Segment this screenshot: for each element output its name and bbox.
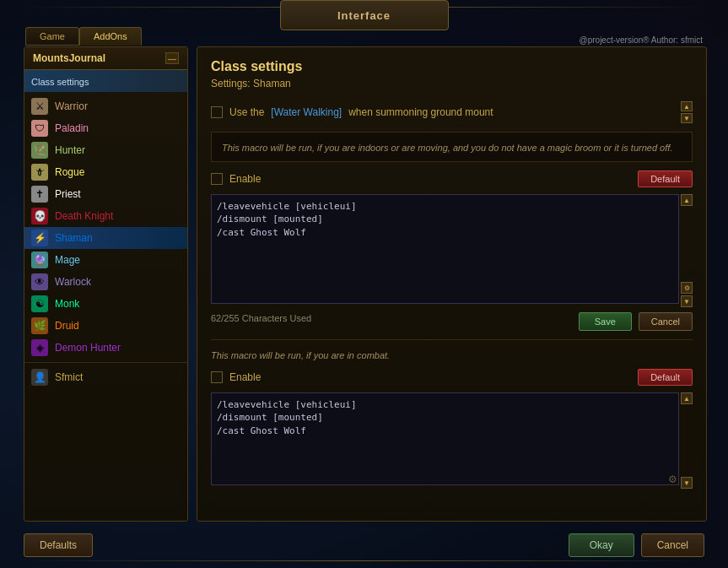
warrior-icon: ⚔	[31, 98, 48, 115]
ww-label-post: when summoning ground mount	[348, 106, 493, 118]
enable-label-1: Enable	[229, 173, 631, 185]
version-text: @project-version® Author: sfmict	[580, 35, 703, 45]
scroll-down-arrow[interactable]: ▼	[681, 113, 693, 123]
hunter-label: Hunter	[55, 144, 85, 156]
sidebar-item-death-knight[interactable]: 💀 Death Knight	[24, 205, 187, 227]
tab-game[interactable]: Game	[25, 27, 79, 46]
sfmict-label: Sfmict	[55, 371, 83, 383]
macro-scroll-bottom-1[interactable]: ▼	[681, 295, 693, 307]
macro-settings-icon-1[interactable]: ⚙	[681, 282, 693, 294]
okay-button[interactable]: Okay	[569, 533, 634, 557]
save-button[interactable]: Save	[579, 312, 632, 331]
warlock-icon: 👁	[31, 273, 48, 290]
sidebar-subheader: Class settings	[24, 70, 187, 92]
sidebar: MountsJournal — Class settings ⚔ Warrior…	[24, 46, 188, 522]
hunter-icon: 🏹	[31, 142, 48, 159]
title-bar: Interface	[280, 0, 449, 30]
content-divider	[211, 339, 693, 340]
water-walking-row: Use the [Water Walking] when summoning g…	[211, 101, 693, 123]
sidebar-item-monk[interactable]: ☯ Monk	[24, 293, 187, 315]
settings-subtitle: Settings: Shaman	[211, 78, 693, 89]
bottom-right-buttons: Okay Cancel	[569, 533, 704, 557]
macro-scroll-top-1[interactable]: ▲	[681, 194, 693, 206]
monk-label: Monk	[55, 298, 79, 310]
paladin-label: Paladin	[55, 122, 89, 134]
ww-link[interactable]: [Water Walking]	[271, 106, 342, 118]
ww-label-pre: Use the	[229, 106, 264, 118]
tab-bar: Game AddOns	[25, 27, 142, 46]
page-title: Class settings	[211, 59, 693, 74]
priest-icon: ✝	[31, 186, 48, 203]
scroll-up-arrow[interactable]: ▲	[681, 101, 693, 111]
enable-checkbox-1[interactable]	[211, 173, 223, 185]
monk-icon: ☯	[31, 295, 48, 312]
sidebar-subtitle: Class settings	[31, 77, 89, 87]
shaman-label: Shaman	[55, 232, 93, 244]
warlock-label: Warlock	[55, 276, 91, 288]
macro-scroll-bottom-2[interactable]: ▼	[681, 477, 693, 489]
window-title: Interface	[337, 9, 391, 22]
sidebar-item-mage[interactable]: 🔮 Mage	[24, 249, 187, 271]
default-button-2[interactable]: Default	[638, 369, 693, 386]
macro-scroll-1: ▲ ⚙ ▼	[681, 194, 693, 307]
sidebar-item-paladin[interactable]: 🛡 Paladin	[24, 117, 187, 139]
death-knight-label: Death Knight	[55, 210, 113, 222]
sidebar-separator	[24, 362, 187, 363]
macro-scroll-2: ▲ ▼	[681, 392, 693, 489]
sidebar-item-druid[interactable]: 🌿 Druid	[24, 315, 187, 337]
enable-label-2: Enable	[229, 371, 631, 383]
sidebar-item-warlock[interactable]: 👁 Warlock	[24, 271, 187, 293]
druid-icon: 🌿	[31, 317, 48, 334]
ww-scroll-arrows: ▲ ▼	[681, 101, 693, 123]
combat-info: This macro will be run, if you are in co…	[211, 350, 693, 360]
info-box: This macro will be run, if you are indoo…	[211, 132, 693, 162]
water-walking-checkbox[interactable]	[211, 106, 223, 118]
paladin-icon: 🛡	[31, 120, 48, 137]
warrior-label: Warrior	[55, 100, 88, 112]
macro-wrapper-1: /leavevehicle [vehicleui] /dismount [mou…	[211, 194, 693, 307]
sidebar-item-sfmict[interactable]: 👤 Sfmict	[24, 366, 187, 388]
enable-row-1: Enable Default	[211, 170, 693, 187]
rogue-label: Rogue	[55, 166, 84, 178]
sidebar-title: MountsJournal	[33, 52, 105, 64]
macro-textarea-2[interactable]: /leavevehicle [vehicleui] /dismount [mou…	[211, 392, 679, 485]
macro-textarea-1[interactable]: /leavevehicle [vehicleui] /dismount [mou…	[211, 194, 679, 304]
sidebar-header: MountsJournal —	[24, 47, 187, 70]
bottom-bar: Defaults Okay Cancel	[0, 522, 728, 568]
sidebar-item-demon-hunter[interactable]: ◈ Demon Hunter	[24, 337, 187, 359]
sidebar-item-hunter[interactable]: 🏹 Hunter	[24, 139, 187, 161]
macro-scroll-top-2[interactable]: ▲	[681, 392, 693, 404]
action-row-1: Save Cancel	[579, 312, 693, 331]
class-list: ⚔ Warrior 🛡 Paladin 🏹 Hunter 🗡 Rogue ✝ P…	[24, 92, 187, 392]
mage-label: Mage	[55, 254, 80, 266]
sfmict-icon: 👤	[31, 369, 48, 386]
defaults-button[interactable]: Defaults	[24, 533, 93, 557]
char-count: 62/255 Characters Used	[211, 313, 311, 323]
macro-wrapper-2: /leavevehicle [vehicleui] /dismount [mou…	[211, 392, 693, 489]
demon-hunter-icon: ◈	[31, 339, 48, 356]
sidebar-item-warrior[interactable]: ⚔ Warrior	[24, 95, 187, 117]
sidebar-collapse-button[interactable]: —	[165, 52, 179, 64]
rogue-icon: 🗡	[31, 164, 48, 181]
cancel-button-1[interactable]: Cancel	[639, 312, 693, 331]
sidebar-item-priest[interactable]: ✝ Priest	[24, 183, 187, 205]
sidebar-item-shaman[interactable]: ⚡ Shaman	[24, 227, 187, 249]
sidebar-item-rogue[interactable]: 🗡 Rogue	[24, 161, 187, 183]
main-window: Interface @project-version® Author: sfmi…	[0, 0, 728, 568]
mage-icon: 🔮	[31, 252, 48, 268]
bottom-cancel-button[interactable]: Cancel	[641, 533, 704, 557]
default-button-1[interactable]: Default	[638, 170, 693, 187]
tab-addons[interactable]: AddOns	[79, 27, 142, 46]
enable-row-2: Enable Default	[211, 369, 693, 386]
demon-hunter-label: Demon Hunter	[55, 342, 121, 354]
priest-label: Priest	[55, 188, 81, 200]
macro-bottom-icon-2: ⚙	[668, 473, 677, 485]
info-text: This macro will be run, if you are indoo…	[222, 143, 672, 153]
death-knight-icon: 💀	[31, 208, 48, 224]
druid-label: Druid	[55, 320, 79, 332]
enable-checkbox-2[interactable]	[211, 371, 223, 383]
main-content: Class settings Settings: Shaman Use the …	[197, 46, 707, 522]
shaman-icon: ⚡	[31, 230, 48, 246]
